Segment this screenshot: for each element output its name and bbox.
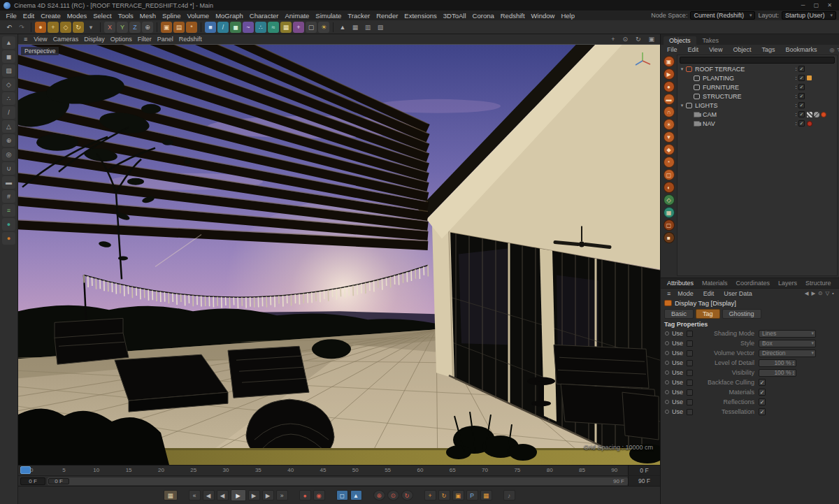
use-checkbox[interactable]: [687, 389, 693, 396]
rs-tag-icon[interactable]: [821, 112, 826, 117]
menu-corona[interactable]: Corona: [469, 12, 497, 20]
shading-mode-select[interactable]: Lines▾: [759, 330, 816, 338]
scale-tool-icon[interactable]: ◇: [60, 22, 71, 33]
use-checkbox[interactable]: [687, 350, 693, 357]
layout-quad-view-icon[interactable]: ▥: [362, 22, 373, 33]
range-start-field[interactable]: 0 F: [20, 477, 45, 485]
menu-help[interactable]: Help: [558, 12, 578, 20]
snap-icon[interactable]: ∪: [2, 162, 15, 175]
render-check-icon[interactable]: ✓: [798, 66, 805, 72]
collapse-arrow-icon[interactable]: ▾: [679, 103, 685, 108]
menu-animate[interactable]: Animate: [282, 12, 313, 20]
menu-mograph[interactable]: MoGraph: [213, 12, 247, 20]
subdivision-surface-icon[interactable]: ◼: [230, 22, 241, 33]
bend-deformer-icon[interactable]: ~: [243, 22, 254, 33]
anim-dot-icon[interactable]: [665, 410, 669, 414]
render-check-icon[interactable]: ✓: [798, 120, 805, 127]
record-rotation-button[interactable]: ↻: [401, 490, 413, 501]
rs-dome-light-icon[interactable]: ∩: [664, 106, 675, 117]
pan-view-icon[interactable]: +: [608, 36, 617, 43]
stepper-icon[interactable]: ▴▾: [792, 370, 794, 375]
use-checkbox[interactable]: [687, 370, 693, 376]
tab-objects[interactable]: Objects: [664, 36, 696, 45]
material-ball-icon[interactable]: ●: [2, 218, 15, 231]
axis-z-lock-icon[interactable]: Z: [129, 22, 141, 33]
menu-tracker[interactable]: Tracker: [345, 12, 373, 20]
rs-bake-icon[interactable]: ■: [664, 232, 675, 243]
object-row-structure[interactable]: STRUCTURE:✓: [677, 92, 837, 101]
subtab-tag[interactable]: Tag: [696, 309, 720, 319]
close-button[interactable]: ✕: [824, 1, 836, 10]
move-tool-icon[interactable]: +: [48, 22, 59, 33]
light-object-icon[interactable]: ☀: [318, 22, 329, 33]
display-tag-icon[interactable]: [807, 112, 812, 117]
range-slider-track[interactable]: 0 F 90 F: [48, 477, 628, 485]
menu-file[interactable]: File: [3, 12, 20, 20]
zoom-view-icon[interactable]: ⊙: [619, 36, 631, 43]
render-check-icon[interactable]: ✓: [798, 75, 805, 81]
prev-frame-button[interactable]: ◀: [217, 490, 229, 501]
reflections-checkbox[interactable]: ✓: [759, 398, 766, 405]
rs-ies-light-icon[interactable]: *: [664, 157, 675, 168]
undo-icon[interactable]: ↶: [3, 22, 15, 33]
model-mode-icon[interactable]: ◼: [2, 50, 15, 63]
menu-window[interactable]: Window: [528, 12, 558, 20]
primitive-cube-icon[interactable]: ■: [205, 22, 216, 33]
range-slider-grip[interactable]: 0 F: [48, 478, 69, 484]
menu-select[interactable]: Select: [90, 12, 115, 20]
back-arrow-icon[interactable]: ◀: [803, 290, 810, 296]
coord-system-icon[interactable]: ⊕: [142, 22, 153, 33]
visibility-dots-icon[interactable]: :: [795, 93, 797, 99]
viewport-menu-display[interactable]: Display: [81, 36, 108, 43]
viewport-menu-options[interactable]: Options: [108, 36, 135, 43]
rs-spot-light-icon[interactable]: ▼: [664, 131, 675, 143]
use-checkbox[interactable]: [687, 331, 693, 337]
om-menu-edit[interactable]: Edit: [685, 46, 702, 53]
use-checkbox[interactable]: [687, 360, 693, 366]
axis-y-lock-icon[interactable]: Y: [117, 22, 128, 33]
viewport-menu-filter[interactable]: Filter: [135, 36, 155, 43]
render-picture-viewer-icon[interactable]: ▤: [173, 22, 185, 33]
layout-select[interactable]: Startup (User) ▾: [782, 11, 836, 20]
use-checkbox[interactable]: [687, 399, 693, 405]
object-row-cam[interactable]: CAM:✓: [677, 110, 837, 119]
object-row-lights[interactable]: ▾LIGHTS:✓: [677, 101, 837, 110]
stepper-icon[interactable]: ▴▾: [792, 360, 794, 366]
rs-proxy-icon[interactable]: ◇: [664, 194, 675, 206]
anim-dot-icon[interactable]: [665, 400, 669, 404]
axis-x-lock-icon[interactable]: X: [104, 22, 115, 33]
visibility-dots-icon[interactable]: :: [795, 111, 797, 117]
layer-color-chip[interactable]: [807, 75, 812, 80]
camera-object-icon[interactable]: ▢: [306, 22, 317, 33]
python-console-icon[interactable]: ≡: [2, 204, 15, 217]
anim-dot-icon[interactable]: [665, 390, 669, 394]
parameter-mode-button[interactable]: P: [466, 490, 478, 501]
next-frame-button[interactable]: ▶: [248, 490, 260, 501]
menu-redshift[interactable]: Redshift: [497, 12, 528, 20]
volume-vector-select[interactable]: Direction▾: [759, 350, 816, 357]
anim-dot-icon[interactable]: [665, 351, 669, 355]
viewport-menu-cameras[interactable]: Cameras: [50, 36, 82, 43]
object-row-planting[interactable]: PLANTING:✓: [677, 73, 837, 82]
object-row-nav[interactable]: NAV:✓: [677, 119, 837, 128]
om-menu-view[interactable]: View: [706, 46, 725, 53]
menu-spline[interactable]: Spline: [159, 12, 184, 20]
subtab-basic[interactable]: Basic: [664, 309, 694, 319]
use-checkbox[interactable]: [687, 409, 693, 415]
tab-layers[interactable]: Layers: [775, 280, 801, 287]
layout-single-view-icon[interactable]: ▦: [350, 22, 361, 33]
tab-structure[interactable]: Structure: [802, 280, 835, 287]
object-row-roof-terrace[interactable]: ▾ROOF TERRACE:✓: [677, 64, 837, 73]
menu-3dtoall[interactable]: 3DToAll: [440, 12, 469, 20]
om-menu-file[interactable]: File: [664, 46, 680, 53]
maximize-button[interactable]: ▢: [810, 1, 822, 10]
attr-menu-user-data[interactable]: User Data: [721, 290, 755, 297]
timeline-ruler[interactable]: 051015202530354045505560657075808590: [18, 466, 628, 475]
record-scale-button[interactable]: ⊙: [387, 490, 399, 501]
maximize-view-icon[interactable]: ▣: [645, 36, 657, 43]
hamburger-icon[interactable]: ≡: [664, 290, 673, 297]
object-search-input[interactable]: [680, 57, 835, 64]
menu-simulate[interactable]: Simulate: [313, 12, 345, 20]
camera-view-label[interactable]: Perspective: [21, 47, 59, 55]
filter-icon[interactable]: ▽: [824, 290, 831, 296]
